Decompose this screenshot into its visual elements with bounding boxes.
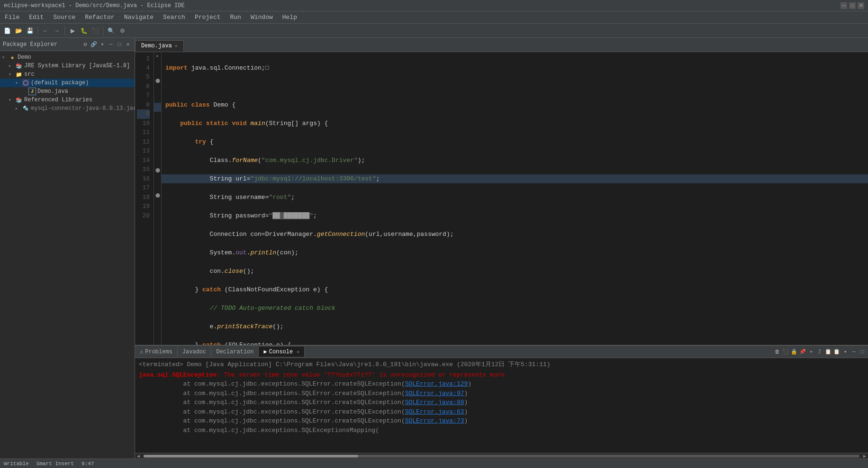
- tree-arrow-mysql: ▸: [15, 106, 22, 111]
- tree-label-demojava: Demo.java: [37, 88, 68, 95]
- console-clear[interactable]: 🗑: [773, 348, 781, 356]
- sidebar-close[interactable]: ✕: [124, 41, 132, 48]
- stack-link-2[interactable]: SQLError.java:97: [405, 390, 464, 397]
- stack-prefix-3: at com.mysql.cj.jdbc.exceptions.SQLError…: [139, 399, 405, 406]
- tree-item-refllibs[interactable]: ▾ 📚 Referenced Libraries: [0, 96, 135, 104]
- maximize-button[interactable]: □: [849, 2, 856, 9]
- sidebar-maximize[interactable]: □: [116, 41, 123, 48]
- tree-item-jre[interactable]: ▸ 📚 JRE System Library [JavaSE-1.8]: [0, 62, 135, 70]
- tree-item-mysql-jar[interactable]: ▸ 🔩 mysql-connector-java-8.0.13.jar - C:…: [0, 104, 135, 113]
- tab-problems[interactable]: ⚠ Problems: [135, 347, 178, 357]
- menu-file[interactable]: File: [0, 13, 24, 22]
- console-open-in[interactable]: ⤴: [816, 348, 823, 356]
- tab-console-label: Console: [269, 349, 293, 355]
- tree-arrow-refllibs: ▾: [9, 97, 15, 103]
- console-minimize[interactable]: ─: [850, 348, 858, 356]
- linenum-18: 18: [137, 193, 150, 202]
- tab-declaration[interactable]: Declaration: [211, 347, 259, 357]
- console-pin[interactable]: 📌: [799, 348, 806, 356]
- sidebar: Package Explorer ⊟ 🔗 ▾ ─ □ ✕ ▾ ◈ Demo ▸ …: [0, 38, 135, 459]
- scroll-left-arrow[interactable]: ◀: [135, 453, 142, 459]
- console-menu[interactable]: ▾: [841, 348, 849, 356]
- tab-javadoc-label: Javadoc: [182, 349, 206, 355]
- toolbar-save[interactable]: 💾: [25, 26, 35, 36]
- tree-arrow-jre: ▸: [9, 63, 15, 69]
- tree-item-default-package[interactable]: ▾ ⬡ (default package): [0, 79, 135, 87]
- console-stack-6: at com.mysql.cj.jdbc.exceptions.SQLExcep…: [139, 426, 864, 435]
- menu-project[interactable]: Project: [190, 13, 226, 22]
- sidebar-tree: ▾ ◈ Demo ▸ 📚 JRE System Library [JavaSE-…: [0, 51, 135, 459]
- menu-bar: File Edit Source Refactor Navigate Searc…: [0, 11, 868, 24]
- toolbar-new[interactable]: 📄: [2, 26, 12, 36]
- stack-prefix-5: at com.mysql.cj.jdbc.exceptions.SQLError…: [139, 417, 405, 424]
- toolbar-search[interactable]: 🔍: [106, 26, 116, 36]
- stack-link-4[interactable]: SQLError.java:63: [405, 408, 464, 415]
- console-stack-4: at com.mysql.cj.jdbc.exceptions.SQLError…: [139, 407, 864, 417]
- console-error-line-1: java.sql.SQLException: The server time z…: [139, 370, 864, 380]
- code-line-15: } catch (ClassNotFoundException e) {: [165, 285, 864, 295]
- menu-edit[interactable]: Edit: [24, 13, 48, 22]
- stack-link-3[interactable]: SQLError.java:89: [405, 399, 464, 406]
- gutter-13: [154, 140, 161, 149]
- scroll-right-arrow[interactable]: ▶: [861, 453, 868, 459]
- menu-help[interactable]: Help: [278, 13, 302, 22]
- menu-run[interactable]: Run: [226, 13, 246, 22]
- code-line-4: [165, 82, 864, 91]
- toolbar-debug[interactable]: 🐛: [79, 26, 89, 36]
- tree-item-demo[interactable]: ▾ ◈ Demo: [0, 53, 135, 62]
- toolbar-stop[interactable]: ⬛: [90, 26, 100, 36]
- sidebar-collapse-all[interactable]: ⊟: [81, 41, 89, 48]
- stack-suffix-4: ): [464, 408, 468, 415]
- console-scroll-lock[interactable]: 🔒: [790, 348, 798, 356]
- scrollbar-thumb[interactable]: [144, 455, 358, 458]
- tab-javadoc[interactable]: Javadoc: [178, 347, 211, 357]
- toolbar-back[interactable]: ←: [40, 26, 51, 36]
- toolbar-forward[interactable]: →: [52, 26, 62, 36]
- tab-declaration-label: Declaration: [216, 349, 253, 355]
- gutter-15: [154, 158, 161, 168]
- console-stack-5: at com.mysql.cj.jdbc.exceptions.SQLError…: [139, 416, 864, 426]
- stack-suffix-1: ): [468, 380, 471, 387]
- tab-console[interactable]: ▶ Console ✕: [259, 347, 305, 357]
- sidebar-link[interactable]: 🔗: [90, 41, 98, 48]
- toolbar-open[interactable]: 📂: [13, 26, 24, 36]
- sidebar-minimize[interactable]: ─: [107, 41, 115, 48]
- menu-refactor[interactable]: Refactor: [80, 13, 119, 22]
- tab-close-demojava[interactable]: ✕: [175, 43, 178, 49]
- tab-console-close[interactable]: ✕: [297, 349, 299, 355]
- tree-item-demojava[interactable]: J Demo.java: [0, 87, 135, 96]
- linenum-10: 10: [137, 119, 150, 128]
- tree-label-jre: JRE System Library [JavaSE-1.8]: [24, 63, 130, 69]
- stack-link-5[interactable]: SQLError.java:73: [405, 417, 464, 424]
- sidebar-title: Package Explorer: [3, 41, 57, 48]
- minimize-button[interactable]: ─: [841, 2, 847, 9]
- status-bar: Writable Smart Insert 9:47: [0, 459, 868, 468]
- toolbar-settings[interactable]: ⚙: [117, 26, 127, 36]
- code-line-7: try {: [165, 137, 864, 147]
- code-line-17: e.printStackTrace();: [165, 322, 864, 332]
- bookmark-1: ▸: [154, 52, 161, 59]
- console-new[interactable]: +: [807, 348, 815, 356]
- title-bar: eclipse-workspace1 - Demo/src/Demo.java …: [0, 0, 868, 11]
- editor-tab-demojava[interactable]: Demo.java ✕: [135, 40, 184, 52]
- console-copy[interactable]: 📋: [824, 348, 832, 356]
- stack-link-1[interactable]: SQLError.java:129: [405, 380, 468, 387]
- tree-label-refllibs: Referenced Libraries: [24, 97, 92, 103]
- toolbar-run[interactable]: ▶: [67, 26, 78, 36]
- window-controls[interactable]: ─ □ ✕: [841, 2, 864, 9]
- close-button[interactable]: ✕: [858, 2, 864, 9]
- menu-window[interactable]: Window: [246, 13, 278, 22]
- menu-search[interactable]: Search: [158, 13, 190, 22]
- console-scrollbar[interactable]: ◀ ▶: [135, 453, 868, 459]
- project-icon: ◈: [9, 54, 16, 61]
- gutter-19: ⬤: [154, 192, 161, 199]
- sidebar-menu[interactable]: ▾: [99, 41, 106, 48]
- code-content[interactable]: import java.sql.Connection;□ public clas…: [162, 52, 868, 345]
- console-terminate[interactable]: ⬛: [782, 348, 789, 356]
- code-line-1: import java.sql.Connection;□: [165, 63, 864, 73]
- tree-item-src[interactable]: ▾ 📁 src: [0, 70, 135, 79]
- console-paste[interactable]: 📋: [833, 348, 841, 356]
- console-maximize[interactable]: □: [859, 348, 866, 356]
- menu-source[interactable]: Source: [48, 13, 80, 22]
- menu-navigate[interactable]: Navigate: [119, 13, 158, 22]
